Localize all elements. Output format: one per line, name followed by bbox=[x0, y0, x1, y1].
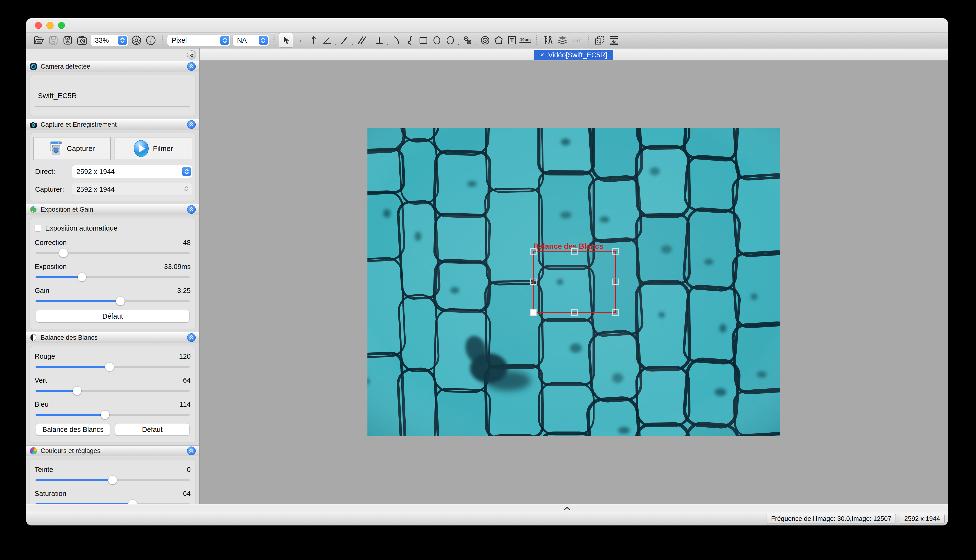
parallel-tool-icon[interactable] bbox=[356, 34, 368, 46]
unit-stepper-icon[interactable] bbox=[220, 36, 229, 45]
exposure-default-button[interactable]: Défaut bbox=[36, 310, 189, 322]
zoom-level-value: 33% bbox=[90, 37, 113, 44]
copy-icon[interactable] bbox=[593, 34, 605, 46]
curve-tool-icon[interactable] bbox=[404, 34, 416, 46]
section-header-exposure[interactable]: Exposition et Gain bbox=[26, 204, 199, 215]
red-slider[interactable] bbox=[35, 362, 190, 372]
slider-thumb[interactable] bbox=[128, 500, 137, 504]
two-circles-tool-icon[interactable] bbox=[461, 34, 474, 46]
collapse-section-icon[interactable] bbox=[187, 333, 196, 342]
viewer-area: × Vidéo[Swift_EC5R] bbox=[200, 48, 948, 504]
section-header-camera[interactable]: Caméra détectée bbox=[26, 61, 199, 72]
slider-value: 114 bbox=[180, 400, 191, 408]
tab-close-icon[interactable]: × bbox=[540, 52, 544, 58]
slider-thumb[interactable] bbox=[73, 387, 82, 395]
video-tab[interactable]: × Vidéo[Swift_EC5R] bbox=[534, 50, 613, 60]
circle-tool-icon[interactable] bbox=[444, 34, 456, 46]
record-button[interactable]: Filmer bbox=[115, 137, 192, 160]
angle-tool-dropdown-icon[interactable]: ⌄ bbox=[334, 41, 337, 47]
auto-exposure-checkbox[interactable] bbox=[35, 225, 41, 232]
settings-gear-icon[interactable] bbox=[130, 34, 142, 46]
line-tool-icon[interactable] bbox=[338, 34, 350, 46]
polygon-tool-icon[interactable] bbox=[493, 34, 505, 46]
pointer-tool-icon[interactable] bbox=[279, 33, 293, 47]
circle-tool-dropdown-icon[interactable]: ⌄ bbox=[457, 41, 460, 47]
angle-tool-icon[interactable] bbox=[321, 34, 333, 46]
frame-info-status: Fréquence de l'Image: 30.0,Image: 12507 bbox=[767, 514, 896, 524]
slider-label: Vert bbox=[35, 377, 47, 384]
slider-value: 48 bbox=[183, 239, 191, 247]
slider-label: Gain bbox=[35, 287, 49, 295]
section-header-white-balance[interactable]: Balance des Blancs bbox=[26, 332, 199, 343]
arrow-tool-icon[interactable] bbox=[308, 34, 320, 46]
microscope-live-image: Balance des Blancs bbox=[368, 128, 780, 436]
camera-lens-icon bbox=[30, 63, 37, 70]
color-wheel-icon bbox=[30, 447, 37, 455]
export-icon[interactable] bbox=[608, 34, 620, 46]
collapse-section-icon[interactable] bbox=[187, 62, 196, 71]
layers-icon[interactable] bbox=[557, 34, 568, 46]
gain-slider[interactable] bbox=[35, 296, 190, 306]
saturation-slider[interactable] bbox=[35, 499, 190, 504]
section-header-colors[interactable]: Couleurs et réglages bbox=[26, 445, 199, 457]
slider-value: 0 bbox=[187, 466, 191, 473]
parallel-tool-dropdown-icon[interactable]: ⌄ bbox=[368, 41, 372, 47]
sidebar-top-strip: « bbox=[26, 48, 199, 61]
zoom-level-select[interactable]: 33% bbox=[90, 35, 128, 46]
blue-slider[interactable] bbox=[35, 410, 190, 420]
unit-select[interactable]: Pixel bbox=[167, 35, 230, 46]
zoom-window-button[interactable] bbox=[58, 22, 65, 29]
minimize-window-button[interactable] bbox=[46, 22, 53, 29]
camera-device-row[interactable]: Swift_EC5R bbox=[35, 85, 190, 106]
perpendicular-tool-icon[interactable] bbox=[373, 34, 385, 46]
collapse-section-icon[interactable] bbox=[187, 120, 196, 129]
live-video-frame[interactable]: Balance des Blancs bbox=[368, 128, 780, 436]
csv-export-icon[interactable]: CSV bbox=[571, 34, 583, 46]
status-bar: Fréquence de l'Image: 30.0,Image: 12507 … bbox=[26, 512, 948, 525]
slider-thumb[interactable] bbox=[59, 249, 68, 257]
svg-text:i: i bbox=[150, 37, 152, 44]
slider-thumb[interactable] bbox=[78, 273, 86, 282]
ellipse-tool-icon[interactable] bbox=[431, 34, 443, 46]
two-circles-tool-dropdown-icon[interactable]: ⌄ bbox=[474, 41, 478, 47]
expand-bottom-panel-icon[interactable] bbox=[559, 505, 575, 512]
objective-select[interactable]: NA bbox=[233, 35, 269, 46]
slider-thumb[interactable] bbox=[116, 297, 125, 305]
save-icon[interactable] bbox=[47, 34, 59, 46]
snap-resolution-select[interactable]: 2592 x 1944 bbox=[72, 183, 192, 195]
measure-settings-icon[interactable] bbox=[542, 34, 554, 46]
scalebar-tool-icon[interactable]: 10um bbox=[520, 34, 531, 46]
objective-stepper-icon[interactable] bbox=[259, 36, 268, 45]
arc-tool-icon[interactable] bbox=[391, 34, 403, 46]
open-file-icon[interactable] bbox=[33, 34, 45, 46]
collapse-section-icon[interactable] bbox=[187, 447, 196, 455]
slider-thumb[interactable] bbox=[100, 410, 109, 419]
white-balance-button[interactable]: Balance des Blancs bbox=[36, 423, 110, 435]
live-resolution-stepper-icon[interactable] bbox=[182, 167, 191, 176]
correction-slider[interactable] bbox=[35, 248, 190, 258]
perpendicular-tool-dropdown-icon[interactable]: ⌄ bbox=[386, 41, 389, 47]
auto-exposure-label: Exposition automatique bbox=[45, 224, 117, 232]
section-header-capture[interactable]: Capture et Enregistrement bbox=[26, 119, 199, 130]
slider-thumb[interactable] bbox=[105, 363, 114, 371]
hue-slider[interactable] bbox=[35, 475, 190, 485]
text-tool-icon[interactable]: T bbox=[506, 34, 518, 46]
capture-button[interactable]: Capturer bbox=[33, 137, 111, 160]
close-window-button[interactable] bbox=[35, 22, 42, 29]
objective-value: NA bbox=[233, 37, 251, 44]
slider-thumb[interactable] bbox=[108, 476, 117, 484]
green-slider[interactable] bbox=[35, 386, 190, 396]
point-tool-icon[interactable]: · bbox=[294, 34, 306, 46]
live-resolution-select[interactable]: 2592 x 1944 bbox=[72, 165, 192, 178]
collapse-section-icon[interactable] bbox=[187, 205, 196, 214]
line-tool-dropdown-icon[interactable]: ⌄ bbox=[351, 41, 354, 47]
zoom-stepper-icon[interactable] bbox=[118, 36, 127, 45]
timed-capture-icon[interactable] bbox=[76, 34, 88, 46]
rectangle-tool-icon[interactable] bbox=[418, 34, 430, 46]
info-icon[interactable]: i bbox=[145, 34, 157, 46]
exposure-slider[interactable] bbox=[35, 272, 190, 282]
white-balance-default-button[interactable]: Défaut bbox=[115, 423, 189, 435]
batch-save-icon[interactable] bbox=[62, 34, 74, 46]
concentric-circles-tool-icon[interactable] bbox=[479, 34, 491, 46]
sidebar-collapse-button[interactable]: « bbox=[187, 50, 196, 60]
